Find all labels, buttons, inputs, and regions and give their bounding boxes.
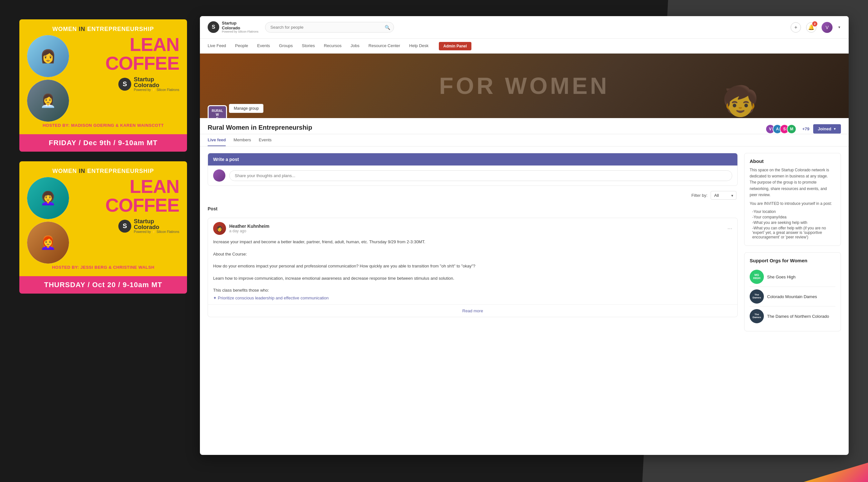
filter-select[interactable]: All bbox=[711, 191, 737, 200]
org-item-3[interactable]: TheDames The Dames of Northern Colorado bbox=[750, 306, 835, 326]
org-logo-3: TheDames bbox=[750, 309, 764, 323]
flyer-1-top: WOMEN IN ENTREPRENEURSHIP 👩 👩‍💼 LEAN COF… bbox=[19, 19, 187, 134]
flyer-2-logo: S StartupColorado Powered by ⚡ Silicon F… bbox=[118, 218, 179, 234]
sidebar-column: About This space on the Startup Colorado… bbox=[744, 153, 841, 448]
joined-button[interactable]: Joined ▼ bbox=[813, 124, 841, 133]
nav-right: + 🔔 2 V ▼ bbox=[790, 22, 841, 33]
nav-events[interactable]: Events bbox=[257, 39, 270, 53]
org-item-1[interactable]: MGHIGH She Goes High bbox=[750, 267, 835, 287]
org-logo-text-1: MGHIGH bbox=[753, 274, 761, 280]
group-badge-text: RURALWE bbox=[212, 109, 223, 118]
user-avatar[interactable]: V bbox=[822, 22, 833, 33]
org-item-2[interactable]: TheDames Colorado Mountain Dames bbox=[750, 287, 835, 306]
flyer-1-logo-text: StartupColorado Powered by ⚡ Silicon Fla… bbox=[134, 77, 179, 92]
group-info-bar: Rural Women in Entrepreneurship V A S M … bbox=[200, 121, 849, 134]
hero-figure: 🧒 bbox=[722, 84, 758, 118]
group-tabs: Live feed Members Events bbox=[200, 134, 849, 147]
org-logo-1: MGHIGH bbox=[750, 270, 764, 284]
flyer-2-title-coffee: COFFEE bbox=[105, 196, 179, 215]
read-more-link[interactable]: Read more bbox=[462, 308, 483, 313]
post-input[interactable] bbox=[229, 170, 732, 181]
support-orgs-section: Support Orgs for Women MGHIGH She Goes H… bbox=[744, 252, 841, 331]
search-bar: 🔍 bbox=[265, 22, 394, 33]
add-button[interactable]: + bbox=[790, 22, 801, 33]
flyer-1-rest: ENTREPRENEURSHIP bbox=[85, 26, 154, 32]
post-card: 👩 Heather Kuhnheim a day ago ··· Increas… bbox=[208, 218, 738, 317]
search-input[interactable] bbox=[265, 22, 394, 33]
nav-help-desk[interactable]: Help Desk bbox=[409, 39, 429, 53]
flyer-1-tag: WOMEN IN ENTREPRENEURSHIP bbox=[27, 26, 179, 33]
joined-chevron-icon: ▼ bbox=[833, 127, 836, 131]
org-name-3: The Dames of Northern Colorado bbox=[767, 314, 829, 319]
flyer-2-logo-text: StartupColorado Powered by ⚡ Silicon Fla… bbox=[134, 218, 179, 234]
nav-logo-sub: Powered by Silicon Flatirons bbox=[222, 30, 258, 34]
org-name-2: Colorado Mountain Dames bbox=[767, 294, 817, 299]
bullet-1: -Your location bbox=[752, 209, 835, 214]
nav-recursos[interactable]: Recursos bbox=[324, 39, 341, 53]
post-menu-button[interactable]: ··· bbox=[727, 225, 732, 232]
tab-members[interactable]: Members bbox=[234, 134, 251, 146]
main-nav: Live Feed People Events Groups Stories R… bbox=[200, 39, 849, 54]
nav-livefeed[interactable]: Live Feed bbox=[208, 39, 226, 53]
nav-logo-icon: S bbox=[208, 21, 219, 33]
flyer-1-bottom: FRIDAY / Dec 9th / 9-10am MT bbox=[19, 134, 187, 152]
post-text-4: Learn how to improve communication, incr… bbox=[213, 275, 732, 282]
write-post-body bbox=[208, 165, 737, 185]
nav-logo[interactable]: S StartupColorado Powered by Silicon Fla… bbox=[208, 21, 258, 33]
tab-events[interactable]: Events bbox=[259, 134, 272, 146]
flyer-2-tag: WOMEN IN ENTREPRENEURSHIP bbox=[27, 168, 179, 175]
flyer-2-sub: Powered by ⚡ Silicon Flatirons bbox=[134, 230, 179, 234]
content-area: Write a post Filter by: All bbox=[200, 147, 849, 455]
post-user-name: Heather Kuhnheim bbox=[229, 223, 724, 229]
flyer-1-title-coffee: COFFEE bbox=[105, 54, 179, 72]
org-logo-text-2: TheDames bbox=[752, 294, 761, 299]
about-title: About bbox=[750, 158, 835, 164]
filter-select-wrap: All bbox=[711, 191, 737, 200]
flyer-2-hosted: HOSTED BY: JESSI BERG & CHRISTINE WALSH bbox=[27, 264, 179, 271]
notification-button[interactable]: 🔔 2 bbox=[806, 22, 816, 33]
manage-group-button[interactable]: Manage group bbox=[229, 104, 264, 113]
bullet-3: -What you are seeking help with bbox=[752, 220, 835, 225]
bullet-2: -Your company/idea bbox=[752, 215, 835, 219]
nav-logo-text: StartupColorado Powered by Silicon Flati… bbox=[222, 21, 258, 33]
write-post-title: Write a post bbox=[213, 157, 239, 162]
filter-bar: Filter by: All bbox=[208, 191, 738, 200]
post-card-header: 👩 Heather Kuhnheim a day ago ··· bbox=[208, 218, 737, 239]
invite-text: You are INVITED to introduce yourself in… bbox=[750, 201, 835, 207]
post-text-5: This class benefits those who: bbox=[213, 287, 732, 294]
joined-label: Joined bbox=[818, 126, 831, 131]
tab-livefeed[interactable]: Live feed bbox=[208, 134, 226, 146]
flyer-1-photo-2: 👩‍💼 bbox=[27, 80, 69, 122]
flyer-1-sub: Powered by ⚡ Silicon Flatirons bbox=[134, 88, 179, 92]
search-icon: 🔍 bbox=[385, 25, 390, 30]
post-user-info: Heather Kuhnheim a day ago bbox=[229, 223, 724, 233]
post-time: a day ago bbox=[229, 229, 724, 233]
post-text-3: How do your emotions impact your persona… bbox=[213, 263, 732, 269]
flyer-1-logo-icon: S bbox=[118, 78, 131, 91]
post-text-2: About the Course: bbox=[213, 251, 732, 258]
nav-people[interactable]: People bbox=[235, 39, 248, 53]
org-logo-2: TheDames bbox=[750, 290, 764, 304]
post-body: Increase your impact and become a better… bbox=[208, 239, 737, 304]
flyer-1-tag-text: WOMEN bbox=[52, 26, 79, 32]
member-avatars: V A S M bbox=[766, 124, 797, 134]
flyers-column: WOMEN IN ENTREPRENEURSHIP 👩 👩‍💼 LEAN COF… bbox=[19, 19, 187, 294]
nav-groups[interactable]: Groups bbox=[279, 39, 293, 53]
notification-badge: 2 bbox=[812, 21, 817, 26]
filter-label: Filter by: bbox=[691, 193, 707, 198]
read-more-section: Read more bbox=[208, 304, 737, 317]
flyer-2-photo-1: 👩‍🦱 bbox=[27, 177, 69, 219]
post-text-1: Increase your impact and become a better… bbox=[213, 239, 732, 245]
flyer-2-brand: StartupColorado bbox=[134, 218, 179, 230]
write-post-header: Write a post bbox=[208, 153, 737, 165]
nav-resource-center[interactable]: Resource Center bbox=[369, 39, 400, 53]
flyer-1: WOMEN IN ENTREPRENEURSHIP 👩 👩‍💼 LEAN COF… bbox=[19, 19, 187, 152]
nav-jobs[interactable]: Jobs bbox=[350, 39, 359, 53]
about-text: This space on the Startup Colorado netwo… bbox=[750, 167, 835, 198]
admin-panel-button[interactable]: Admin Panel bbox=[439, 42, 471, 50]
post-link[interactable]: ✦ Prioritize conscious leadership and ef… bbox=[213, 296, 732, 300]
flyer-1-title-lean: LEAN bbox=[130, 35, 179, 54]
org-logo-text-3: TheDames bbox=[752, 313, 761, 319]
nav-stories[interactable]: Stories bbox=[302, 39, 315, 53]
feed-column: Write a post Filter by: All bbox=[208, 153, 738, 448]
